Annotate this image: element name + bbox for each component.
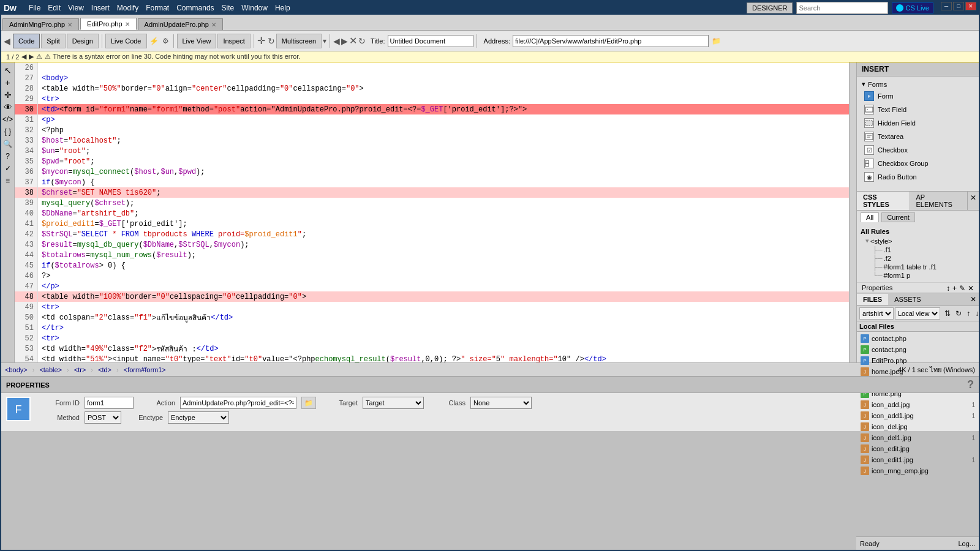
pointer-tool-icon[interactable]: ✛: [257, 35, 265, 47]
designer-button[interactable]: DESIGNER: [747, 2, 793, 13]
css-all-tab[interactable]: All: [861, 212, 879, 222]
file-item[interactable]: J icon_edit.jpg: [858, 443, 978, 454]
insert-hiddenfield[interactable]: Hidden Field: [859, 116, 976, 130]
search-input[interactable]: [796, 2, 888, 14]
css-panel-close-icon[interactable]: ✕: [968, 192, 979, 210]
insert-textarea[interactable]: Textarea: [859, 130, 976, 143]
editor-scrollbar[interactable]: [849, 62, 856, 362]
reload-icon[interactable]: ↻: [358, 36, 366, 46]
liveview-button[interactable]: Live View: [177, 34, 217, 48]
sidebar-eye-tool[interactable]: 👁: [2, 102, 13, 113]
css-edit-icon[interactable]: ✎: [959, 284, 965, 293]
status-td-tag[interactable]: <td>: [98, 366, 111, 373]
class-select[interactable]: None: [470, 397, 532, 409]
menu-edit[interactable]: Edit: [44, 2, 64, 13]
properties-help-icon[interactable]: ?: [967, 378, 974, 391]
method-select[interactable]: POST: [85, 411, 121, 424]
tab-close-adminmng[interactable]: ✕: [67, 21, 72, 28]
css-delete-icon[interactable]: ✕: [968, 284, 974, 293]
ap-elements-tab[interactable]: AP ELEMENTS: [910, 192, 968, 210]
maximize-button[interactable]: □: [953, 2, 964, 10]
log-button[interactable]: Log...: [958, 540, 975, 547]
files-upload-btn[interactable]: ↑: [965, 309, 972, 318]
insert-radiobutton[interactable]: ◉ Radio Button: [859, 170, 976, 184]
refresh-icon[interactable]: ↻: [268, 36, 275, 46]
css-add-icon[interactable]: +: [952, 284, 957, 293]
sidebar-move-tool[interactable]: ✛: [2, 89, 13, 100]
nav-arrow-left[interactable]: ◀: [21, 53, 26, 61]
sidebar-validate-tool[interactable]: ✓: [2, 163, 13, 174]
tab-close-editpro[interactable]: ✕: [125, 21, 130, 28]
tab-adminmngpro[interactable]: AdminMngPro.php ✕: [2, 18, 79, 30]
css-sort-icon[interactable]: ↕: [946, 284, 950, 293]
menu-commands[interactable]: Commands: [173, 2, 217, 13]
menu-window[interactable]: Window: [238, 2, 271, 13]
prev-page-icon[interactable]: ◀: [333, 36, 340, 46]
target-select[interactable]: Target: [363, 397, 424, 409]
insert-form[interactable]: F Form: [859, 89, 976, 103]
menu-site[interactable]: Site: [218, 2, 238, 13]
status-body-tag[interactable]: <body>: [5, 366, 28, 373]
address-input[interactable]: [513, 35, 709, 47]
rule-style[interactable]: ▾ <style>: [864, 236, 976, 246]
multiscreen-button[interactable]: Multiscreen: [276, 34, 322, 48]
css-styles-tab[interactable]: CSS STYLES: [857, 192, 910, 210]
insert-checkboxgroup[interactable]: Checkbox Group: [859, 157, 976, 170]
menu-file[interactable]: File: [25, 2, 44, 13]
site-selector[interactable]: artshirt: [859, 307, 894, 320]
files-panel-close-icon[interactable]: ✕: [968, 293, 979, 305]
design-button[interactable]: Design: [67, 34, 99, 48]
tab-editpro[interactable]: EditPro.php ✕: [80, 18, 136, 30]
file-item[interactable]: J icon_del1.jpg 1: [858, 432, 978, 443]
code-button[interactable]: Code: [13, 34, 40, 48]
action-browse-btn[interactable]: 📁: [301, 397, 316, 409]
nav-arrow-right[interactable]: ▶: [29, 53, 34, 61]
file-item[interactable]: P contact.png: [858, 344, 978, 355]
sidebar-select-tool[interactable]: ↖: [2, 65, 13, 76]
cs-live-button[interactable]: CS Live: [892, 2, 933, 13]
sidebar-insert-tool[interactable]: +: [2, 77, 13, 88]
tab-adminupdatepro[interactable]: AdminUpdatePro.php ✕: [138, 18, 223, 30]
status-tr-tag[interactable]: <tr>: [74, 366, 86, 373]
status-form-tag[interactable]: <form#form1>: [124, 366, 166, 373]
insert-textfield[interactable]: Text Field: [859, 103, 976, 116]
files-connect-btn[interactable]: ⇅: [943, 309, 952, 318]
status-table-tag[interactable]: <table>: [39, 366, 62, 373]
css-current-tab[interactable]: Current: [881, 212, 915, 222]
close-button[interactable]: ✕: [965, 2, 976, 10]
menu-modify[interactable]: Modify: [113, 2, 142, 13]
menu-format[interactable]: Format: [142, 2, 173, 13]
menu-help[interactable]: Help: [271, 2, 294, 13]
rule-form1-p[interactable]: └─ #form1 p: [864, 271, 976, 280]
tab-close-adminupdate[interactable]: ✕: [211, 21, 216, 28]
files-download-btn[interactable]: ↓: [973, 309, 980, 318]
sidebar-ref-tool[interactable]: ?: [2, 151, 13, 162]
file-item[interactable]: J icon_edit1.jpg 1: [858, 454, 978, 465]
assets-tab[interactable]: ASSETS: [888, 294, 927, 305]
file-item[interactable]: J icon_mng_emp.jpg: [858, 465, 978, 476]
sidebar-search-tool[interactable]: 🔍: [2, 138, 13, 149]
stop-icon[interactable]: ✕: [349, 35, 357, 47]
sidebar-snippet-tool[interactable]: { }: [2, 126, 13, 137]
browse-icon[interactable]: 📁: [712, 37, 721, 45]
title-input[interactable]: [388, 35, 473, 47]
insert-checkbox[interactable]: ☑ Checkbox: [859, 143, 976, 157]
code-content[interactable]: <body><table width="50%" border="0" alig…: [38, 62, 856, 362]
next-page-icon[interactable]: ▶: [341, 36, 348, 46]
minimize-button[interactable]: ─: [941, 2, 952, 10]
rule-form1-table[interactable]: ├─ #form1 table tr .f1: [864, 263, 976, 271]
enctype-select[interactable]: Enctype: [168, 411, 229, 424]
rule-f2[interactable]: ├─ .f2: [864, 254, 976, 263]
files-refresh-btn[interactable]: ↻: [954, 309, 963, 318]
action-input[interactable]: [180, 397, 296, 409]
multiscreen-arrow-icon[interactable]: ▾: [323, 37, 326, 45]
menu-view[interactable]: View: [64, 2, 88, 13]
files-tab[interactable]: FILES: [857, 294, 888, 305]
rule-f1[interactable]: ├─ .f1: [864, 246, 976, 254]
livecode-button[interactable]: Live Code: [105, 34, 147, 48]
insert-category-forms[interactable]: ▾ Forms: [859, 79, 976, 89]
split-button[interactable]: Split: [41, 34, 65, 48]
formid-input[interactable]: [85, 397, 134, 409]
back-arrow[interactable]: ◀: [4, 36, 10, 46]
sidebar-code-tool[interactable]: </>: [2, 114, 13, 125]
